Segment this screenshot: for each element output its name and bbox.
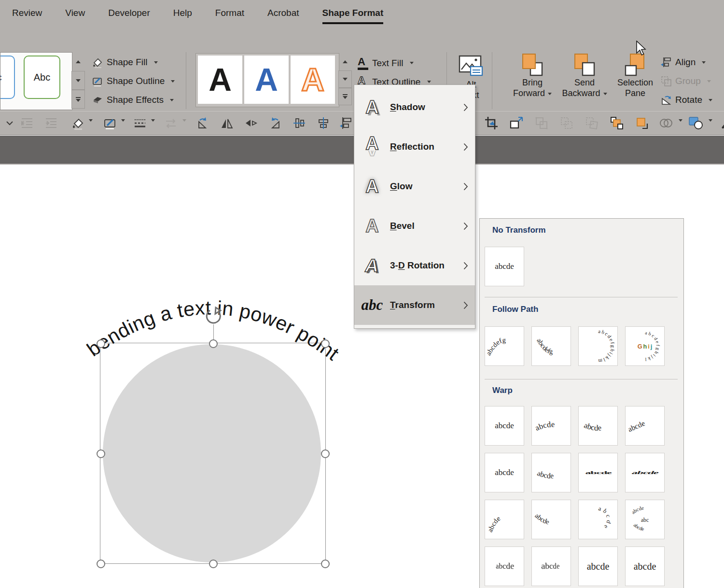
shape-fill-quick-button[interactable] xyxy=(69,113,86,133)
menu-item-glow[interactable]: A Glow xyxy=(354,167,475,206)
send-backward-toolbar-button[interactable] xyxy=(633,113,651,133)
rotate-button[interactable]: Rotate xyxy=(660,92,712,108)
warp-option-ring-inside[interactable]: abcde xyxy=(485,453,524,492)
flip-horizontal-button[interactable] xyxy=(218,113,236,133)
align-left-button[interactable] xyxy=(338,113,355,133)
text-fill-icon: A xyxy=(358,56,368,70)
warp-option-curve-up[interactable]: abcde xyxy=(485,500,524,539)
increase-indent-button[interactable] xyxy=(42,113,60,133)
rotate-left-button[interactable] xyxy=(194,113,211,133)
ungroup-toolbar-button[interactable] xyxy=(558,113,575,133)
rotate-right-button[interactable] xyxy=(266,113,284,133)
align-center-button[interactable] xyxy=(315,113,332,133)
shadow-a-icon: A xyxy=(365,98,378,116)
warp-option-can-up[interactable]: abcde xyxy=(485,546,524,586)
shape-style-thumb[interactable]: Abc xyxy=(24,56,60,99)
resize-handle-bottom-center[interactable] xyxy=(209,560,218,568)
gallery-more-button[interactable] xyxy=(71,90,85,109)
resize-handle-top-left[interactable] xyxy=(97,339,105,348)
align-button[interactable]: Align xyxy=(660,54,706,70)
resize-handle-bottom-right[interactable] xyxy=(321,560,330,568)
rotation-handle-icon[interactable] xyxy=(203,306,224,327)
menu-item-transform[interactable]: abc Transform xyxy=(354,285,475,325)
crop-button[interactable] xyxy=(483,113,500,133)
resize-handle-middle-left[interactable] xyxy=(97,449,105,458)
align-middle-button[interactable] xyxy=(291,113,308,133)
text-fill-button[interactable]: A Text Fill xyxy=(355,54,444,72)
warp-option-plain[interactable]: abcde xyxy=(485,406,524,446)
clipped-toolbar-button[interactable] xyxy=(717,113,724,133)
group-button[interactable]: Group xyxy=(660,73,711,89)
chevron-down-icon[interactable] xyxy=(89,119,93,122)
tab-developer[interactable]: Developer xyxy=(108,8,150,24)
tab-help[interactable]: Help xyxy=(173,8,192,24)
warp-option-chevron-up[interactable]: abcde xyxy=(625,406,665,446)
warp-option-squeeze[interactable]: abcde xyxy=(578,453,618,492)
chevron-down-icon[interactable] xyxy=(182,119,186,122)
edit-shape-button[interactable] xyxy=(687,113,705,133)
transform-option-button[interactable]: abcdefghijkl Ghij xyxy=(625,326,665,366)
chevron-down-icon[interactable] xyxy=(121,119,125,122)
scroll-up-button[interactable] xyxy=(71,52,85,71)
group-toolbar-button[interactable] xyxy=(533,113,550,133)
tab-acrobat[interactable]: Acrobat xyxy=(267,8,299,24)
regroup-objects-icon xyxy=(584,115,599,131)
wordart-style-orange[interactable]: A xyxy=(291,56,335,104)
selection-pane-button[interactable]: Selection Pane xyxy=(614,53,656,98)
shape-fill-button[interactable]: Shape Fill xyxy=(92,54,158,70)
outline-style-button[interactable] xyxy=(131,113,149,133)
warp-option-wave[interactable]: abcde xyxy=(578,546,618,586)
submenu-arrow-icon xyxy=(463,301,468,309)
flip-vertical-button[interactable] xyxy=(242,113,260,133)
warp-option-pour[interactable]: abcde xyxy=(578,500,618,539)
transform-option-arch-down[interactable]: abcdefg xyxy=(531,326,571,366)
menu-item-3d-rotation[interactable]: A 3-D Rotation xyxy=(354,246,475,285)
warp-option-squeeze-slant[interactable]: abcde xyxy=(625,453,665,492)
warp-option-inflate[interactable]: abcde xyxy=(625,546,665,586)
chevron-down-icon xyxy=(171,80,175,83)
bring-forward-toolbar-button[interactable] xyxy=(608,113,626,133)
shape-effects-button[interactable]: Shape Effects xyxy=(92,92,174,108)
merge-shapes-button[interactable] xyxy=(657,113,675,133)
send-backward-button[interactable]: Send Backward xyxy=(562,53,607,98)
warp-option-ring-outside[interactable]: abcde xyxy=(531,453,571,492)
menu-item-shadow[interactable]: A Shadow xyxy=(354,87,475,127)
resize-handle-middle-right[interactable] xyxy=(321,449,330,458)
warp-option-button-warp[interactable]: abcde abc abcde xyxy=(625,500,665,539)
transform-option-arch-up[interactable]: abcdefg xyxy=(485,326,524,366)
scroll-down-button[interactable] xyxy=(71,71,85,90)
transform-option-circle[interactable]: abcdefghijklm xyxy=(578,326,618,366)
warp-option-curve-down[interactable]: abcde xyxy=(531,500,571,539)
resize-handle-top-center[interactable] xyxy=(209,339,218,348)
transform-option-none[interactable]: abcde xyxy=(485,247,524,286)
resize-handle-bottom-left[interactable] xyxy=(97,560,105,568)
scroll-up-button[interactable] xyxy=(338,53,352,70)
warp-option-can-down[interactable]: abcde xyxy=(531,546,571,586)
shape-style-thumb-partial[interactable]: bc xyxy=(0,56,15,99)
chevron-down-icon[interactable] xyxy=(151,119,155,122)
toolbar-dropdown-button[interactable] xyxy=(1,113,18,133)
scroll-down-button[interactable] xyxy=(338,70,352,88)
decrease-indent-button[interactable] xyxy=(18,113,36,133)
regroup-toolbar-button[interactable] xyxy=(583,113,600,133)
resize-button[interactable] xyxy=(508,113,525,133)
tab-shape-format[interactable]: Shape Format xyxy=(322,8,384,24)
menu-item-reflection[interactable]: AA Reflection xyxy=(354,127,475,167)
bring-forward-button[interactable]: Bring Forward xyxy=(511,53,554,98)
chevron-down-icon[interactable] xyxy=(679,119,682,122)
shape-outline-button[interactable]: Shape Outline xyxy=(92,73,175,89)
chevron-down-icon[interactable] xyxy=(709,119,712,122)
resize-handle-top-right[interactable] xyxy=(321,339,330,348)
tab-view[interactable]: View xyxy=(65,8,85,24)
wordart-style-blue[interactable]: A xyxy=(244,56,289,104)
shape-outline-quick-button[interactable] xyxy=(101,113,119,133)
gallery-more-button[interactable] xyxy=(338,88,352,105)
warp-option-triangle-up[interactable]: abcde xyxy=(531,406,571,446)
tab-format[interactable]: Format xyxy=(215,8,244,24)
shape-styles-gallery: bc Abc xyxy=(0,52,72,110)
menu-item-bevel[interactable]: A Bevel xyxy=(354,206,475,246)
wordart-style-black[interactable]: A xyxy=(198,56,242,104)
reorder-button[interactable] xyxy=(162,113,180,133)
tab-review[interactable]: Review xyxy=(12,8,42,24)
warp-option-triangle-down[interactable]: abcde xyxy=(578,406,618,446)
